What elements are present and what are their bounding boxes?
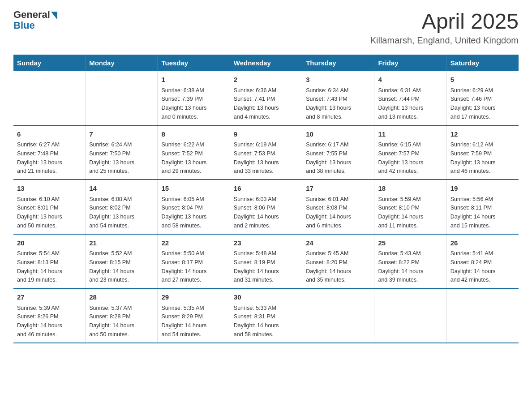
calendar-cell: 26Sunrise: 5:41 AM Sunset: 8:24 PM Dayli…: [446, 234, 519, 289]
calendar-cell: 25Sunrise: 5:43 AM Sunset: 8:22 PM Dayli…: [374, 234, 446, 289]
day-number: 28: [89, 292, 154, 303]
calendar-cell: 17Sunrise: 6:01 AM Sunset: 8:08 PM Dayli…: [302, 180, 374, 234]
day-number: 15: [161, 184, 226, 194]
calendar-cell: 24Sunrise: 5:45 AM Sunset: 8:20 PM Dayli…: [302, 234, 374, 289]
calendar-cell: 22Sunrise: 5:50 AM Sunset: 8:17 PM Dayli…: [158, 234, 230, 289]
calendar-cell: 29Sunrise: 5:35 AM Sunset: 8:29 PM Dayli…: [158, 288, 230, 343]
calendar-cell: 13Sunrise: 6:10 AM Sunset: 8:01 PM Dayli…: [13, 180, 86, 234]
calendar-cell: 4Sunrise: 6:31 AM Sunset: 7:44 PM Daylig…: [374, 71, 446, 125]
day-info: Sunrise: 5:33 AM Sunset: 8:31 PM Dayligh…: [234, 305, 279, 338]
calendar-cell: 15Sunrise: 6:05 AM Sunset: 8:04 PM Dayli…: [158, 180, 230, 234]
calendar-cell: 8Sunrise: 6:22 AM Sunset: 7:52 PM Daylig…: [158, 125, 230, 180]
calendar-cell: 18Sunrise: 5:59 AM Sunset: 8:10 PM Dayli…: [374, 180, 446, 234]
day-info: Sunrise: 6:08 AM Sunset: 8:02 PM Dayligh…: [89, 196, 134, 229]
calendar-cell: 19Sunrise: 5:56 AM Sunset: 8:11 PM Dayli…: [446, 180, 519, 234]
day-number: 6: [17, 129, 82, 140]
day-info: Sunrise: 6:01 AM Sunset: 8:08 PM Dayligh…: [306, 196, 351, 229]
calendar-cell: 5Sunrise: 6:29 AM Sunset: 7:46 PM Daylig…: [446, 71, 519, 125]
day-info: Sunrise: 6:10 AM Sunset: 8:01 PM Dayligh…: [17, 196, 62, 229]
day-number: 5: [450, 75, 515, 85]
calendar-week-row: 1Sunrise: 6:38 AM Sunset: 7:39 PM Daylig…: [13, 71, 519, 125]
calendar-body: 1Sunrise: 6:38 AM Sunset: 7:39 PM Daylig…: [13, 71, 519, 343]
day-info: Sunrise: 6:15 AM Sunset: 7:57 PM Dayligh…: [378, 141, 423, 174]
day-number: 14: [89, 184, 154, 194]
day-number: 2: [234, 75, 298, 85]
logo: General Blue: [13, 9, 57, 31]
day-number: 21: [89, 238, 154, 248]
weekday-header-thursday: Thursday: [302, 55, 374, 71]
day-number: 3: [306, 75, 370, 85]
day-info: Sunrise: 5:50 AM Sunset: 8:17 PM Dayligh…: [161, 250, 206, 283]
day-info: Sunrise: 6:12 AM Sunset: 7:59 PM Dayligh…: [450, 141, 496, 174]
calendar-cell: 10Sunrise: 6:17 AM Sunset: 7:55 PM Dayli…: [302, 125, 374, 180]
title-section: April 2025 Killamarsh, England, United K…: [370, 9, 519, 46]
day-info: Sunrise: 5:35 AM Sunset: 8:29 PM Dayligh…: [161, 305, 206, 338]
calendar-cell: 2Sunrise: 6:36 AM Sunset: 7:41 PM Daylig…: [230, 71, 302, 125]
calendar-cell: 11Sunrise: 6:15 AM Sunset: 7:57 PM Dayli…: [374, 125, 446, 180]
calendar-cell: 7Sunrise: 6:24 AM Sunset: 7:50 PM Daylig…: [86, 125, 158, 180]
day-number: 18: [378, 184, 442, 194]
calendar-cell: [13, 71, 86, 125]
day-info: Sunrise: 5:54 AM Sunset: 8:13 PM Dayligh…: [17, 250, 62, 283]
day-info: Sunrise: 6:36 AM Sunset: 7:41 PM Dayligh…: [234, 87, 279, 120]
day-info: Sunrise: 6:34 AM Sunset: 7:43 PM Dayligh…: [306, 87, 351, 120]
logo-general-text: General: [13, 9, 50, 21]
calendar-cell: 21Sunrise: 5:52 AM Sunset: 8:15 PM Dayli…: [86, 234, 158, 289]
day-number: 17: [306, 184, 370, 194]
day-number: 8: [161, 129, 226, 140]
day-info: Sunrise: 6:17 AM Sunset: 7:55 PM Dayligh…: [306, 141, 351, 174]
calendar-week-row: 6Sunrise: 6:27 AM Sunset: 7:48 PM Daylig…: [13, 125, 519, 180]
page-title: April 2025: [370, 9, 519, 34]
calendar-cell: 14Sunrise: 6:08 AM Sunset: 8:02 PM Dayli…: [86, 180, 158, 234]
day-number: 12: [450, 129, 515, 140]
calendar-cell: [374, 288, 446, 343]
calendar-cell: 20Sunrise: 5:54 AM Sunset: 8:13 PM Dayli…: [13, 234, 86, 289]
day-number: 1: [161, 75, 226, 85]
calendar-header: SundayMondayTuesdayWednesdayThursdayFrid…: [13, 55, 519, 71]
weekday-header-friday: Friday: [374, 55, 446, 71]
weekday-header-row: SundayMondayTuesdayWednesdayThursdayFrid…: [13, 55, 519, 71]
logo-arrow-icon: [51, 12, 57, 20]
day-number: 11: [378, 129, 442, 140]
day-number: 25: [378, 238, 442, 248]
day-info: Sunrise: 6:38 AM Sunset: 7:39 PM Dayligh…: [161, 87, 206, 120]
calendar-cell: 27Sunrise: 5:39 AM Sunset: 8:26 PM Dayli…: [13, 288, 86, 343]
day-number: 23: [234, 238, 298, 248]
day-number: 30: [234, 292, 298, 303]
calendar-cell: 1Sunrise: 6:38 AM Sunset: 7:39 PM Daylig…: [158, 71, 230, 125]
day-number: 29: [161, 292, 226, 303]
day-number: 20: [17, 238, 82, 248]
weekday-header-monday: Monday: [86, 55, 158, 71]
calendar-week-row: 27Sunrise: 5:39 AM Sunset: 8:26 PM Dayli…: [13, 288, 519, 343]
logo-blue-text: Blue: [13, 20, 57, 31]
day-info: Sunrise: 6:29 AM Sunset: 7:46 PM Dayligh…: [450, 87, 496, 120]
day-number: 26: [450, 238, 515, 248]
day-number: 24: [306, 238, 370, 248]
calendar-cell: [302, 288, 374, 343]
day-number: 22: [161, 238, 226, 248]
day-info: Sunrise: 6:24 AM Sunset: 7:50 PM Dayligh…: [89, 141, 134, 174]
page-header: General Blue April 2025 Killamarsh, Engl…: [13, 9, 519, 46]
day-info: Sunrise: 6:22 AM Sunset: 7:52 PM Dayligh…: [161, 141, 206, 174]
calendar-cell: 16Sunrise: 6:03 AM Sunset: 8:06 PM Dayli…: [230, 180, 302, 234]
day-number: 27: [17, 292, 82, 303]
page-subtitle: Killamarsh, England, United Kingdom: [370, 35, 519, 46]
day-number: 19: [450, 184, 515, 194]
calendar-cell: 23Sunrise: 5:48 AM Sunset: 8:19 PM Dayli…: [230, 234, 302, 289]
calendar-cell: [86, 71, 158, 125]
weekday-header-sunday: Sunday: [13, 55, 86, 71]
calendar-cell: 30Sunrise: 5:33 AM Sunset: 8:31 PM Dayli…: [230, 288, 302, 343]
day-info: Sunrise: 6:19 AM Sunset: 7:53 PM Dayligh…: [234, 141, 279, 174]
calendar-cell: [446, 288, 519, 343]
day-info: Sunrise: 5:56 AM Sunset: 8:11 PM Dayligh…: [450, 196, 496, 229]
weekday-header-saturday: Saturday: [446, 55, 519, 71]
calendar-cell: 3Sunrise: 6:34 AM Sunset: 7:43 PM Daylig…: [302, 71, 374, 125]
calendar-week-row: 13Sunrise: 6:10 AM Sunset: 8:01 PM Dayli…: [13, 180, 519, 234]
calendar-cell: 28Sunrise: 5:37 AM Sunset: 8:28 PM Dayli…: [86, 288, 158, 343]
day-info: Sunrise: 5:43 AM Sunset: 8:22 PM Dayligh…: [378, 250, 423, 283]
day-info: Sunrise: 5:45 AM Sunset: 8:20 PM Dayligh…: [306, 250, 351, 283]
day-info: Sunrise: 5:48 AM Sunset: 8:19 PM Dayligh…: [234, 250, 279, 283]
day-number: 13: [17, 184, 82, 194]
day-number: 4: [378, 75, 442, 85]
day-info: Sunrise: 6:03 AM Sunset: 8:06 PM Dayligh…: [234, 196, 279, 229]
